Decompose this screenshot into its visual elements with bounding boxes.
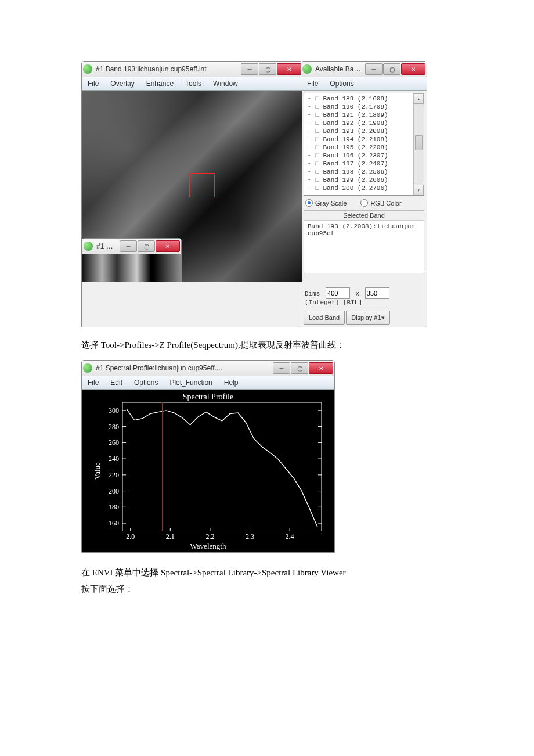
menu-tools[interactable]: Tools bbox=[179, 77, 207, 90]
display-title: #1 Band 193:lichuanjun cup95eff.int bbox=[96, 65, 237, 73]
zoom-minimize-button[interactable]: ─ bbox=[120, 240, 137, 252]
bands-menubar[interactable]: File Options bbox=[301, 77, 427, 91]
envi-icon bbox=[83, 64, 92, 74]
y-axis-label: Value bbox=[93, 462, 102, 480]
y-tick-label: 160 bbox=[109, 519, 119, 528]
menu-window[interactable]: Window bbox=[207, 77, 244, 90]
zoom-close-button[interactable]: ✕ bbox=[156, 240, 180, 252]
svg-rect-0 bbox=[122, 402, 322, 531]
radio-rgb-color[interactable]: RGB Color bbox=[360, 199, 401, 207]
spectral-close-button[interactable]: ✕ bbox=[309, 362, 333, 374]
instruction-text-1: 选择 Tool->Profiles->Z Profile(Seqpectrum)… bbox=[81, 338, 453, 352]
menu-help[interactable]: Help bbox=[218, 376, 244, 389]
menu-file[interactable]: File bbox=[82, 376, 104, 389]
selected-band-header: Selected Band bbox=[304, 211, 424, 221]
scroll-up-icon[interactable]: ▴ bbox=[414, 93, 424, 104]
plot-area[interactable]: Spectral Profile Value Wavelength 160180… bbox=[82, 390, 334, 552]
bands-listbox[interactable]: Band 189 (2.1609)Band 190 (2.1709)Band 1… bbox=[304, 93, 424, 196]
scroll-thumb[interactable] bbox=[415, 135, 423, 150]
band-item[interactable]: Band 192 (2.1908) bbox=[304, 119, 424, 127]
y-tick-label: 260 bbox=[109, 438, 119, 447]
band-item[interactable]: Band 200 (2.2706) bbox=[304, 184, 424, 192]
menu-plot-function[interactable]: Plot_Function bbox=[164, 376, 218, 389]
close-button[interactable]: ✕ bbox=[277, 63, 301, 75]
selected-band-text: Band 193 (2.2008):lichuanjun cup95ef bbox=[304, 221, 424, 273]
bands-minimize-button[interactable]: ─ bbox=[365, 63, 383, 75]
y-tick-label: 200 bbox=[109, 487, 119, 495]
menu-file[interactable]: File bbox=[82, 77, 104, 90]
image-viewport[interactable]: #1 Zoom [4... ─ ▢ ✕ bbox=[82, 91, 302, 282]
y-tick-label: 220 bbox=[109, 470, 119, 479]
dims-row: Dims x (Integer) [BIL] bbox=[304, 285, 424, 308]
menu-options[interactable]: Options bbox=[324, 77, 359, 90]
zoom-roi-box[interactable] bbox=[189, 173, 215, 197]
spectral-title: #1 Spectral Profile:lichuanjun cup95eff.… bbox=[96, 364, 269, 372]
band-item[interactable]: Band 190 (2.1709) bbox=[304, 103, 424, 111]
envi-icon bbox=[84, 242, 93, 251]
menu-file[interactable]: File bbox=[301, 77, 324, 90]
y-tick-label: 280 bbox=[109, 422, 119, 431]
maximize-button[interactable]: ▢ bbox=[259, 63, 276, 75]
load-band-button[interactable]: Load Band bbox=[304, 311, 345, 325]
scroll-down-icon[interactable]: ▾ bbox=[414, 185, 424, 195]
y-tick-label: 300 bbox=[109, 406, 119, 415]
plot-title: Spectral Profile bbox=[82, 390, 334, 401]
y-tick-label: 240 bbox=[109, 455, 119, 463]
zoom-image[interactable] bbox=[82, 254, 181, 282]
instruction-text-3: 按下面选择： bbox=[81, 582, 453, 596]
band-item[interactable]: Band 191 (2.1809) bbox=[304, 111, 424, 119]
x-tick-label: 2.3 bbox=[246, 532, 254, 541]
dims-width-input[interactable] bbox=[326, 287, 350, 299]
menu-overlay[interactable]: Overlay bbox=[104, 77, 140, 90]
bands-scrollbar[interactable]: ▴ ▾ bbox=[413, 93, 424, 195]
band-item[interactable]: Band 195 (2.2208) bbox=[304, 143, 424, 152]
x-tick-label: 2.1 bbox=[166, 532, 175, 541]
band-item[interactable]: Band 189 (2.1609) bbox=[304, 95, 424, 103]
spectral-minimize-button[interactable]: ─ bbox=[273, 362, 290, 374]
band-item[interactable]: Band 197 (2.2407) bbox=[304, 160, 424, 168]
x-tick-label: 2.2 bbox=[205, 532, 214, 541]
plot-svg bbox=[122, 402, 322, 531]
spectral-menubar[interactable]: File Edit Options Plot_Function Help bbox=[82, 376, 334, 390]
band-item[interactable]: Band 199 (2.2606) bbox=[304, 176, 424, 184]
band-item[interactable]: Band 193 (2.2008) bbox=[304, 127, 424, 135]
bands-title: Available Bands List bbox=[315, 65, 362, 73]
spectral-maximize-button[interactable]: ▢ bbox=[291, 362, 308, 374]
dims-height-input[interactable] bbox=[365, 287, 389, 299]
radio-gray-scale[interactable]: Gray Scale bbox=[305, 199, 347, 207]
spectral-profile-window: #1 Spectral Profile:lichuanjun cup95eff.… bbox=[81, 360, 335, 553]
envi-icon bbox=[302, 64, 312, 74]
menu-edit[interactable]: Edit bbox=[104, 376, 128, 389]
selected-band-panel: Selected Band Band 193 (2.2008):lichuanj… bbox=[304, 210, 424, 273]
band-item[interactable]: Band 194 (2.2108) bbox=[304, 135, 424, 143]
x-axis-label: Wavelength bbox=[190, 542, 226, 551]
minimize-button[interactable]: ─ bbox=[241, 63, 258, 75]
x-tick-label: 2.0 bbox=[126, 532, 135, 541]
display-window: #1 Band 193:lichuanjun cup95eff.int ─ ▢ … bbox=[81, 61, 303, 327]
band-item[interactable]: Band 196 (2.2307) bbox=[304, 152, 424, 160]
instruction-text-2: 在 ENVI 菜单中选择 Spectral->Spectral Library-… bbox=[81, 566, 453, 579]
menu-options[interactable]: Options bbox=[128, 376, 164, 389]
x-tick-label: 2.4 bbox=[286, 532, 294, 541]
envi-icon bbox=[83, 363, 92, 373]
y-tick-label: 180 bbox=[109, 503, 119, 512]
bands-close-button[interactable]: ✕ bbox=[401, 63, 425, 75]
zoom-window: #1 Zoom [4... ─ ▢ ✕ bbox=[82, 238, 182, 282]
menu-enhance[interactable]: Enhance bbox=[140, 77, 179, 90]
band-item[interactable]: Band 198 (2.2506) bbox=[304, 168, 424, 176]
zoom-maximize-button[interactable]: ▢ bbox=[138, 240, 155, 252]
display-select-button[interactable]: Display #1▾ bbox=[346, 311, 389, 325]
bands-maximize-button[interactable]: ▢ bbox=[383, 63, 400, 75]
zoom-title: #1 Zoom [4... bbox=[96, 242, 116, 250]
bands-list-window: Available Bands List ─ ▢ ✕ File Options … bbox=[301, 61, 427, 327]
display-menubar[interactable]: File Overlay Enhance Tools Window bbox=[82, 77, 302, 91]
